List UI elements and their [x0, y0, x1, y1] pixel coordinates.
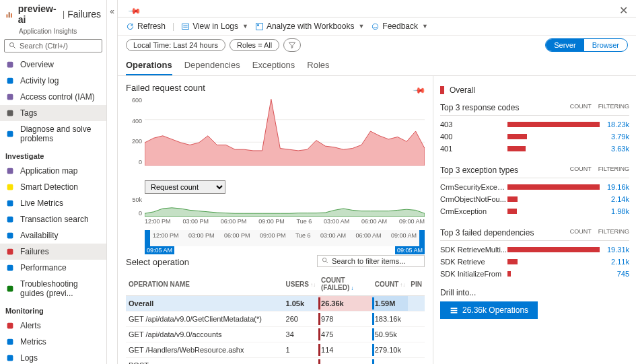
bar-row[interactable]: SDK InitializeFrom745 [440, 268, 629, 280]
fail-icon [5, 247, 15, 256]
svg-rect-9 [7, 131, 13, 137]
logs-icon [5, 353, 15, 363]
log-icon [5, 76, 15, 85]
svg-point-36 [322, 258, 326, 262]
table-row[interactable]: GET /Handlers/WebResource.ashx1114279.10… [126, 342, 425, 358]
book-icon [5, 284, 15, 293]
col-count-failed[interactable]: COUNT (FAILED)↓ [318, 272, 372, 296]
brush-time-right: 09:05 AM [395, 246, 425, 254]
svg-rect-30 [257, 24, 258, 26]
svg-rect-1 [9, 12, 10, 17]
sidebar-search-input[interactable]: Search (Ctrl+/) [4, 39, 102, 52]
bar-row[interactable]: CrmObjectNotFou...2.14k [440, 193, 629, 205]
sidebar-item-alerts[interactable]: Alerts [0, 318, 106, 334]
svg-rect-6 [7, 78, 13, 84]
chart-pin-icon[interactable]: 📌 [413, 83, 427, 97]
time-range-filter[interactable]: Local Time: Last 24 hours [126, 39, 225, 51]
pulse-icon [5, 198, 15, 208]
col-users[interactable]: USERS↑↓ [283, 272, 318, 296]
bar-row[interactable]: 40318.23k [440, 118, 629, 131]
roles-filter[interactable]: Roles = All [229, 39, 279, 51]
operations-filter-input[interactable]: Search to filter items... [317, 255, 425, 267]
brush-handle-right[interactable] [419, 230, 425, 246]
toggle-browser[interactable]: Browser [584, 39, 627, 51]
toggle-server[interactable]: Server [546, 39, 584, 51]
svg-rect-29 [256, 23, 263, 30]
view-in-logs-button[interactable]: View in Logs▼ [181, 22, 248, 31]
sidebar-item-performance[interactable]: Performance [0, 260, 106, 276]
sidebar-item-smart-detection[interactable]: Smart Detection [0, 179, 106, 195]
svg-rect-7 [7, 94, 13, 100]
resource-name: preview-ai [18, 3, 60, 25]
chart-y-axis: 6004002000 [126, 97, 142, 166]
refresh-button[interactable]: Refresh [126, 22, 166, 31]
sidebar-collapse-toggle[interactable]: « [107, 0, 118, 364]
failed-request-chart[interactable] [145, 97, 425, 166]
col-operation-name[interactable]: OPERATION NAME [126, 272, 283, 296]
bulb-icon [5, 182, 15, 192]
sidebar-item-failures[interactable]: Failures [0, 244, 106, 260]
server-browser-toggle[interactable]: Server Browser [545, 38, 628, 52]
sidebar-item-metrics[interactable]: Metrics [0, 334, 106, 350]
table-row[interactable]: POST /XRMServices/2011/Organization.svc/… [126, 358, 425, 365]
svg-rect-12 [7, 201, 13, 207]
svg-rect-16 [7, 265, 13, 271]
brush-handle-left[interactable] [145, 230, 150, 246]
table-row[interactable]: GET /api/data/v9.0/accounts3447550.95k [126, 327, 425, 342]
brush-time-left: 09:05 AM [145, 246, 174, 254]
svg-rect-10 [7, 168, 13, 174]
sidebar-item-application-map[interactable]: Application map [0, 163, 106, 179]
tag-icon [5, 108, 15, 118]
pin-icon[interactable]: 📌 [128, 3, 142, 17]
col-pin[interactable]: PIN [408, 272, 425, 296]
sidebar-item-tags[interactable]: Tags [0, 105, 106, 121]
analyze-workbooks-button[interactable]: Analyze with Workbooks▼ [255, 22, 364, 31]
sidebar-item-overview[interactable]: Overview [0, 57, 106, 73]
drill-into-label: Drill into... [440, 288, 629, 297]
search-icon [9, 42, 17, 50]
chart2-y-axis: 50k0 [126, 196, 142, 217]
sidebar-item-logs[interactable]: Logs [0, 350, 106, 364]
svg-rect-2 [11, 13, 12, 17]
col-count[interactable]: COUNT↑↓ [372, 272, 409, 296]
sidebar-item-activity-log[interactable]: Activity log [0, 73, 106, 89]
svg-rect-14 [7, 233, 13, 239]
sidebar-section-investigate: Investigate [0, 147, 106, 163]
table-row[interactable]: GET /api/data/v9.0/GetClientMetadata(*)2… [126, 312, 425, 327]
svg-point-31 [373, 24, 378, 29]
add-filter-button[interactable] [283, 38, 301, 52]
svg-line-4 [13, 46, 15, 48]
svg-rect-38 [451, 307, 458, 309]
svg-rect-19 [7, 339, 13, 345]
sidebar-item-troubleshooting-guides-previ-[interactable]: Troubleshooting guides (previ... [0, 276, 106, 301]
globe-icon [5, 60, 15, 69]
bar-row[interactable]: 4003.79k [440, 131, 629, 143]
sidebar-item-access-control-iam-[interactable]: Access control (IAM) [0, 89, 106, 105]
bar-row[interactable]: CrmSecurityExcept...19.16k [440, 181, 629, 193]
bar-row[interactable]: CrmException1.98k [440, 205, 629, 217]
tab-dependencies[interactable]: Dependencies [184, 54, 240, 75]
bar-row[interactable]: SDK Retrieve2.11k [440, 256, 629, 268]
sidebar-item-availability[interactable]: Availability [0, 227, 106, 244]
svg-rect-0 [7, 14, 8, 17]
alert-icon [5, 321, 15, 330]
tab-roles[interactable]: Roles [307, 54, 329, 75]
drill-into-button[interactable]: 26.36k Operations [440, 301, 538, 319]
tab-exceptions[interactable]: Exceptions [252, 54, 295, 75]
tab-operations[interactable]: Operations [126, 54, 172, 75]
request-count-chart[interactable] [145, 196, 425, 217]
svg-rect-20 [7, 355, 13, 361]
svg-rect-8 [7, 110, 13, 116]
bar-row[interactable]: 4013.63k [440, 143, 629, 155]
map-icon [5, 166, 15, 176]
chart-metric-select[interactable]: Request count [145, 180, 225, 194]
feedback-button[interactable]: Feedback▼ [371, 22, 428, 31]
bar-row[interactable]: SDK RetrieveMulti...19.31k [440, 244, 629, 256]
close-button[interactable]: ✕ [619, 4, 628, 17]
sidebar-item-live-metrics[interactable]: Live Metrics [0, 195, 106, 211]
time-brush[interactable]: 12:00 PM03:00 PM06:00 PM09:00 PMTue 603:… [145, 230, 425, 246]
table-row[interactable]: Overall1.05k26.36k1.59M [126, 296, 425, 312]
sidebar-item-diagnose-and-solve-problems[interactable]: Diagnose and solve problems [0, 121, 106, 147]
heart-icon [5, 231, 15, 240]
sidebar-item-transaction-search[interactable]: Transaction search [0, 211, 106, 227]
